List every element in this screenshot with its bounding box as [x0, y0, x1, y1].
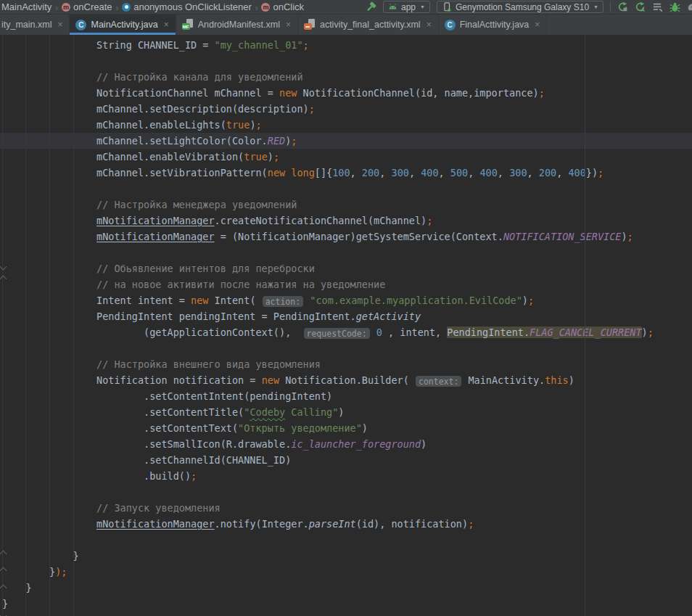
code-segment: Notification notification = — [2, 374, 262, 386]
code-segment: Notification.Builder( — [279, 374, 415, 386]
apply-code-changes-icon[interactable]: A — [635, 1, 646, 12]
code-line[interactable]: } — [0, 580, 692, 596]
code-line[interactable]: } — [0, 548, 692, 564]
code-segment: .createNotificationChannel(mChannel) — [215, 215, 427, 226]
code-line[interactable]: (getApplicationContext(), requestCode: 0… — [0, 324, 692, 340]
code-line[interactable]: Notification notification = new Notifica… — [0, 372, 692, 388]
breadcrumb-item[interactable]: MainActivity — [1, 1, 52, 12]
code-segment: 300 — [509, 167, 527, 178]
code-line[interactable]: .setContentTitle("Codeby Calling") — [0, 404, 692, 420]
code-line[interactable]: // Настройка канала для уведомлений — [0, 69, 692, 85]
code-line[interactable]: mChannel.setLightColor(Color.RED); — [0, 133, 692, 149]
code-line[interactable]: mChannel.setVibrationPattern(new long[]{… — [0, 165, 692, 181]
xml-layout-file-icon — [304, 19, 316, 30]
code-segment: , — [409, 167, 421, 178]
code-segment: 0 — [376, 327, 382, 338]
code-line[interactable] — [0, 181, 692, 197]
code-segment: } — [2, 550, 79, 562]
code-segment: MainActivity. — [462, 374, 545, 386]
profiler-sessions-icon[interactable] — [652, 1, 663, 12]
code-line[interactable]: PendingIntent pendingIntent = PendingInt… — [0, 308, 692, 324]
rerun-apply-changes-icon[interactable] — [617, 1, 628, 12]
code-segment: } — [2, 598, 8, 609]
code-line[interactable]: // Обьявление интентов для переброски — [0, 260, 692, 276]
breadcrumb-item[interactable]: monCreate — [62, 1, 112, 12]
code-line[interactable] — [0, 340, 692, 356]
code-segment: mChannel.setDescription(description) — [2, 103, 309, 115]
tab-close-icon[interactable]: × — [57, 20, 62, 29]
code-segment: new — [262, 374, 279, 386]
code-line[interactable]: }); — [0, 564, 692, 580]
tab-close-icon[interactable]: × — [535, 20, 540, 29]
code-line[interactable]: // Запуск уведомления — [0, 500, 692, 516]
breadcrumb-item[interactable]: monClick — [261, 1, 304, 12]
code-segment: // на новое активити после нажатия на ув… — [2, 279, 385, 290]
code-segment: true — [226, 119, 250, 131]
code-line[interactable]: mNotificationManager = (NotificationMana… — [0, 229, 692, 245]
code-segment: true — [244, 151, 268, 163]
code-segment: ; — [627, 231, 633, 242]
code-segment: ; — [427, 215, 432, 226]
tab-close-icon[interactable]: × — [427, 20, 432, 29]
code-line[interactable]: mNotificationManager.createNotificationC… — [0, 213, 692, 229]
code-line[interactable]: NotificationChannel mChannel = new Notif… — [0, 85, 692, 101]
profile-icon[interactable] — [687, 1, 692, 12]
code-line[interactable] — [0, 484, 692, 500]
build-hammer-icon[interactable] — [366, 1, 376, 12]
code-segment: getActivity — [356, 311, 421, 322]
code-segment — [2, 231, 96, 242]
inlay-hint: context: — [416, 376, 461, 387]
code-line[interactable]: String CHANNEL_ID = "my_channel_01"; — [0, 37, 692, 53]
editor-tab[interactable]: ity_main.xml× — [0, 15, 70, 35]
editor-tab[interactable]: activity_final_acttivity.xml× — [298, 15, 439, 35]
code-segment: new — [191, 295, 208, 306]
navigation-bar: MainActivity›monCreate›anonymous OnClick… — [0, 0, 692, 15]
code-segment: ) — [642, 327, 648, 338]
code-segment: ) — [621, 231, 627, 242]
code-line[interactable]: .setContentIntent(pendingIntent) — [0, 388, 692, 404]
code-line[interactable]: .build(); — [0, 468, 692, 484]
code-editor[interactable]: String CHANNEL_ID = "my_channel_01"; // … — [0, 35, 692, 616]
code-segment: 500 — [450, 167, 468, 178]
editor-tab[interactable]: CFinalActtivity.java× — [439, 15, 548, 35]
code-segment: ) — [421, 438, 427, 450]
inlay-hint: action: — [263, 296, 303, 307]
tab-close-icon[interactable]: × — [164, 20, 169, 29]
code-line[interactable]: .setContentText("Открыть уведомление") — [0, 420, 692, 436]
code-segment: .setChannelId(CHANNEL_ID) — [2, 454, 291, 466]
breadcrumb-separator-icon: › — [255, 1, 258, 12]
tab-label: activity_final_acttivity.xml — [320, 20, 421, 30]
chevron-down-icon: ▼ — [420, 4, 425, 9]
code-line[interactable] — [0, 53, 692, 69]
code-segment: mChannel.enableVibration( — [2, 151, 244, 163]
run-config-select[interactable]: app ▼ — [383, 1, 430, 13]
code-line[interactable]: Intent intent = new Intent( action: "com… — [0, 292, 692, 308]
code-segment: .setSmallIcon(R.drawable. — [2, 438, 291, 450]
debug-icon[interactable] — [670, 1, 680, 12]
fold-down-icon[interactable] — [0, 612, 7, 616]
code-line[interactable]: mNotificationManager.notify(Integer.pars… — [0, 516, 692, 532]
tab-close-icon[interactable]: × — [286, 20, 291, 29]
code-line[interactable]: .setChannelId(CHANNEL_ID) — [0, 452, 692, 468]
device-select[interactable]: Genymotion Samsung Galaxy S10 ▼ — [437, 1, 604, 13]
editor-tab[interactable]: MFAndroidManifest.xml× — [176, 15, 298, 35]
code-line[interactable]: // Настройка менеджера уведомлений — [0, 197, 692, 213]
code-line[interactable] — [0, 532, 692, 548]
code-segment: NotificationChannel mChannel = — [2, 87, 279, 99]
code-segment: Intent( — [208, 295, 261, 306]
code-line[interactable]: // Настройка внешнего вида уведомления — [0, 356, 692, 372]
code-line[interactable]: mChannel.enableLights(true); — [0, 117, 692, 133]
code-line[interactable]: mChannel.setDescription(description); — [0, 101, 692, 117]
toolbar-separator — [610, 2, 611, 12]
code-line[interactable]: // на новое активити после нажатия на ув… — [0, 276, 692, 292]
code-segment: ; — [303, 39, 309, 51]
code-line[interactable]: mChannel.enableVibration(true); — [0, 149, 692, 165]
java-class-icon: C — [445, 20, 456, 30]
breadcrumb-item[interactable]: anonymous OnClickListener — [122, 1, 252, 12]
code-line[interactable] — [0, 245, 692, 260]
code-line[interactable]: } — [0, 596, 692, 612]
editor-tab-bar: ity_main.xml×CMainActivity.java×MFAndroi… — [0, 15, 692, 35]
editor-tab[interactable]: CMainActivity.java× — [70, 15, 176, 35]
code-line[interactable]: .setSmallIcon(R.drawable.ic_launcher_for… — [0, 436, 692, 452]
code-segment: , — [468, 167, 479, 178]
